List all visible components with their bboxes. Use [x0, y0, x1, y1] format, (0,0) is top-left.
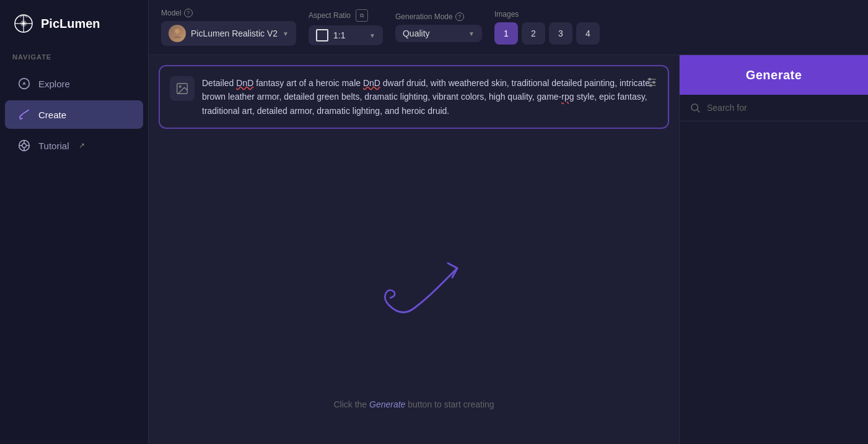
sidebar-item-tutorial-label: Tutorial: [38, 141, 69, 151]
model-group: Model ? PicLumen Realistic V2 ▼: [161, 9, 296, 46]
search-icon: [690, 102, 701, 113]
svg-point-17: [175, 29, 179, 33]
prompt-text-area[interactable]: Detailed DnD fantasy art of a heroic mal…: [202, 76, 658, 118]
aspect-ratio-value: 1:1: [333, 30, 364, 40]
model-label: Model ?: [161, 9, 296, 17]
main-area: Model ? PicLumen Realistic V2 ▼ Aspect R…: [149, 0, 868, 444]
svg-line-9: [20, 113, 24, 117]
model-dropdown[interactable]: PicLumen Realistic V2 ▼: [161, 21, 296, 46]
generation-mode-dropdown[interactable]: Quality ▼: [395, 25, 482, 42]
generation-mode-label: Generation Mode ?: [395, 12, 482, 21]
svg-marker-8: [22, 82, 26, 85]
toolbar: Model ? PicLumen Realistic V2 ▼ Aspect R…: [149, 0, 868, 55]
images-group: Images 1 2 3 4: [494, 10, 600, 45]
images-count-1[interactable]: 1: [494, 22, 518, 45]
model-avatar: [169, 25, 186, 42]
images-label: Images: [494, 10, 600, 19]
aspect-ratio-label: Aspect Ratio ⧉: [309, 9, 383, 22]
generation-mode-arrow: ▼: [468, 30, 475, 37]
search-input[interactable]: [707, 103, 858, 113]
sidebar: PicLumen NAVIGATE Explore Create: [0, 0, 149, 444]
prompt-settings-icon[interactable]: [646, 76, 658, 91]
images-count-buttons: 1 2 3 4: [494, 22, 600, 45]
aspect-ratio-group: Aspect Ratio ⧉ 1:1 ▼: [309, 9, 383, 45]
svg-point-26: [691, 104, 698, 111]
svg-point-24: [653, 81, 655, 83]
svg-point-4: [22, 22, 25, 25]
empty-hint: Click the Generate button to start creat…: [333, 399, 494, 409]
sidebar-item-create-label: Create: [38, 110, 66, 120]
svg-line-27: [697, 110, 699, 112]
images-count-4[interactable]: 4: [576, 22, 600, 45]
aspect-preview: [316, 29, 328, 41]
svg-line-10: [23, 110, 28, 114]
logo-text: PicLumen: [41, 17, 100, 31]
svg-point-19: [179, 85, 181, 87]
search-bar: [680, 95, 868, 121]
svg-point-12: [22, 144, 27, 148]
content-area: Detailed DnD fantasy art of a heroic mal…: [149, 55, 868, 444]
copy-icon[interactable]: ⧉: [356, 9, 368, 22]
logo-icon: [12, 12, 35, 35]
logo: PicLumen: [0, 12, 148, 53]
generation-mode-group: Generation Mode ? Quality ▼: [395, 12, 482, 42]
prompt-image-upload[interactable]: [170, 76, 195, 101]
sidebar-item-tutorial[interactable]: Tutorial ↗: [5, 131, 143, 160]
sidebar-item-create[interactable]: Create: [5, 100, 143, 129]
generate-button[interactable]: Generate: [680, 55, 868, 95]
sidebar-item-explore[interactable]: Explore: [5, 69, 143, 98]
nav-label: NAVIGATE: [0, 53, 148, 68]
model-help-icon[interactable]: ?: [184, 9, 193, 17]
left-panel: Detailed DnD fantasy art of a heroic mal…: [149, 55, 679, 444]
model-dropdown-arrow: ▼: [283, 30, 289, 37]
external-link-icon: ↗: [79, 141, 85, 150]
aspect-ratio-arrow: ▼: [369, 32, 375, 39]
create-icon: [17, 108, 31, 121]
generation-mode-help-icon[interactable]: ?: [455, 12, 464, 21]
prompt-box[interactable]: Detailed DnD fantasy art of a heroic mal…: [159, 65, 669, 129]
sidebar-item-explore-label: Explore: [38, 79, 70, 89]
explore-icon: [17, 77, 31, 90]
arrow-illustration: [352, 250, 476, 324]
images-count-3[interactable]: 3: [549, 22, 572, 45]
svg-point-23: [649, 78, 651, 80]
empty-state: Click the Generate button to start creat…: [159, 139, 669, 434]
aspect-ratio-dropdown[interactable]: 1:1 ▼: [309, 25, 383, 45]
tutorial-icon: [17, 139, 31, 152]
images-count-2[interactable]: 2: [522, 22, 545, 45]
model-value: PicLumen Realistic V2: [191, 28, 278, 38]
svg-point-25: [650, 84, 652, 86]
generation-mode-value: Quality: [403, 28, 463, 38]
right-panel: Generate: [679, 55, 868, 444]
